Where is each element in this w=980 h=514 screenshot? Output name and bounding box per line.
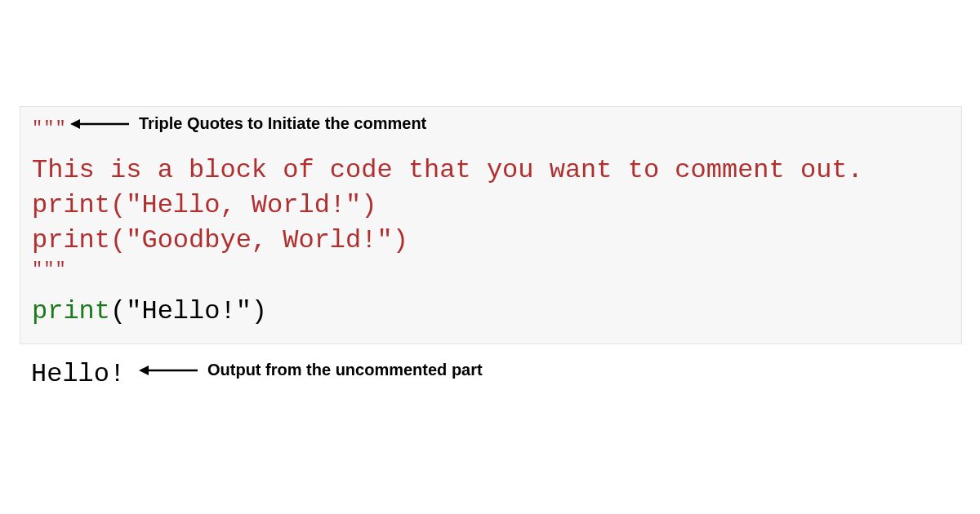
annotation-top: Triple Quotes to Initiate the comment [70,114,426,133]
arrow-left-icon [139,364,198,377]
print-keyword: print [32,296,110,326]
close-triple-quotes: """ [32,258,950,282]
docstring-line-2: print("Hello, World!") [32,188,950,223]
program-output: Hello! [31,359,125,389]
annotation-bottom: Output from the uncommented part [139,361,483,379]
arrow-left-icon [70,117,129,131]
docstring-line-3: print("Goodbye, World!") [32,223,950,258]
annotation-top-label: Triple Quotes to Initiate the comment [139,114,426,133]
print-args: ("Hello!") [110,296,267,326]
annotation-bottom-label: Output from the uncommented part [207,361,483,379]
svg-marker-3 [139,366,149,375]
blank-line [32,282,950,294]
active-code-line: print("Hello!") [32,294,950,329]
svg-marker-1 [70,119,80,129]
docstring-line-1: This is a block of code that you want to… [32,153,950,188]
code-block: """ This is a block of code that you wan… [20,106,962,344]
blank-line [32,141,950,153]
